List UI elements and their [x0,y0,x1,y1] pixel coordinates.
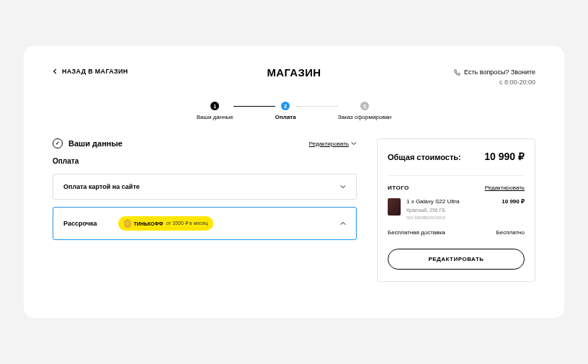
checkout-card: НАЗАД В МАГАЗИН МАГАЗИН Есть вопросы? Зв… [24,46,564,317]
section-title-text: Ваши данные [68,139,122,148]
step-3: 3 Заказ сформирован [338,102,392,120]
step-1: 1 Ваши данные [197,102,233,120]
option-label: Оплата картой на сайте [63,183,140,190]
payment-option-card[interactable]: Оплата картой на сайте [53,174,357,200]
shield-icon [124,219,131,228]
chevron-left-icon [53,68,58,74]
tinkoff-badge: ТИНЬКОФФ от 3500 ₽ в месяц [118,216,213,231]
option-label: Рассрочка [63,220,97,227]
product-price: 10 990 ₽ [502,198,525,220]
delivery-value: Бесплатно [496,229,525,236]
body: ✓ Ваши данные Редактировать Оплата Оплат… [53,138,535,281]
itogo-edit-link[interactable]: Редактировать [485,185,525,191]
chevron-down-icon [351,141,357,146]
delivery-row: Бесплатная доставка Бесплатно [388,229,525,236]
total-row: Общая стоимость: 10 990 ₽ [388,151,525,162]
product-variant: Красный, 256 ГБ [406,207,496,213]
step-connector [296,106,338,107]
itogo-label: ИТОГО [388,185,409,191]
divider [388,175,525,176]
left-column: ✓ Ваши данные Редактировать Оплата Оплат… [53,138,357,281]
step-3-label: Заказ сформирован [338,114,392,120]
logo: МАГАЗИН [267,66,321,79]
edit-button[interactable]: РЕДАКТИРОВАТЬ [388,249,525,270]
step-2: 2 Оплата [275,102,296,120]
check-icon: ✓ [53,138,63,148]
chevron-down-icon [340,184,346,190]
step-1-dot: 1 [210,102,219,110]
step-2-dot: 2 [281,102,290,110]
option-content: Рассрочка ТИНЬКОФФ от 3500 ₽ в месяц [63,216,213,231]
help-hours: с 8:00-20:00 [453,78,535,88]
bank-name: ТИНЬКОФФ [133,221,163,226]
payment-title: Оплата [53,157,357,165]
itogo-row: ИТОГО Редактировать [388,185,525,191]
bank-offer: от 3500 ₽ в месяц [166,221,208,226]
stepper: 1 Ваши данные 2 Оплата 3 Заказ сформиров… [53,102,535,120]
chevron-up-icon [340,221,346,226]
tinkoff-logo: ТИНЬКОФФ [124,219,163,228]
delivery-label: Бесплатная доставка [388,229,445,236]
section-header: ✓ Ваши данные Редактировать [53,138,357,148]
payment-option-installment[interactable]: Рассрочка ТИНЬКОФФ от 3500 ₽ в месяц [53,207,357,240]
step-2-label: Оплата [275,114,296,120]
product-name: 1 x Galaxy S22 Ultra [406,198,496,206]
product-info: 1 x Galaxy S22 Ultra Красный, 256 ГБ SM-… [406,198,496,220]
total-label: Общая стоимость: [388,153,461,161]
help-block: Есть вопросы? Звоните с 8:00-20:00 [453,68,535,87]
header: НАЗАД В МАГАЗИН МАГАЗИН Есть вопросы? Зв… [53,68,535,87]
back-link[interactable]: НАЗАД В МАГАЗИН [53,68,128,75]
step-1-label: Ваши данные [197,114,233,120]
help-text: Есть вопросы? Звоните [464,68,535,78]
total-value: 10 990 ₽ [484,151,525,162]
edit-section-link[interactable]: Редактировать [309,141,357,147]
back-label: НАЗАД В МАГАЗИН [62,68,128,75]
product-thumbnail [388,198,401,216]
product-sku: SM-S908BDRGSKZ [406,215,496,221]
edit-label: Редактировать [309,141,349,147]
summary-panel: Общая стоимость: 10 990 ₽ ИТОГО Редактир… [377,138,535,281]
section-title: ✓ Ваши данные [53,138,122,148]
step-3-dot: 3 [360,102,369,110]
product-row: 1 x Galaxy S22 Ultra Красный, 256 ГБ SM-… [388,198,525,220]
step-connector [233,106,275,107]
phone-icon [453,69,460,76]
